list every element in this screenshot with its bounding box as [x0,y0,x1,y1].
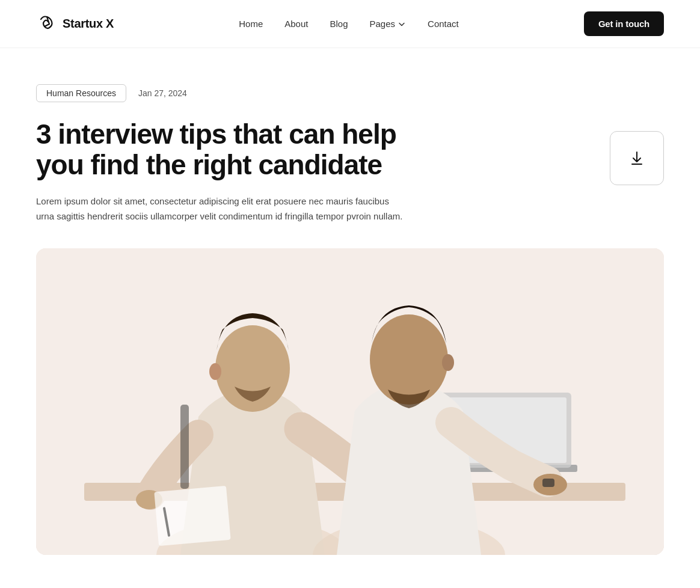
main-nav: Home About Blog Pages Contact [239,19,459,29]
download-button[interactable] [610,131,664,185]
nav-contact[interactable]: Contact [428,19,459,29]
article-meta: Human Resources Jan 27, 2024 [36,84,664,102]
chevron-down-icon [398,20,406,28]
site-header: Startux X Home About Blog Pages Contact … [0,0,700,48]
article-title: 3 interview tips that can help you find … [36,119,445,180]
article-date: Jan 27, 2024 [138,88,187,98]
svg-point-12 [442,354,454,371]
nav-blog[interactable]: Blog [330,19,348,29]
svg-rect-15 [180,405,189,489]
logo-text: Startux X [63,17,114,31]
article-header-layout: 3 interview tips that can help you find … [36,119,664,224]
svg-point-7 [209,363,221,380]
main-content: Human Resources Jan 27, 2024 3 interview… [0,48,700,555]
get-in-touch-button[interactable]: Get in touch [584,11,664,36]
nav-home[interactable]: Home [239,19,263,29]
logo-icon [36,13,58,35]
nav-pages[interactable]: Pages [370,19,407,29]
svg-rect-14 [542,479,554,487]
category-badge[interactable]: Human Resources [36,84,126,102]
article-illustration [36,248,664,555]
article-image-placeholder [36,248,664,555]
logo[interactable]: Startux X [36,13,114,35]
header-actions: Get in touch [584,11,664,36]
download-icon [628,150,645,167]
nav-about[interactable]: About [284,19,308,29]
svg-point-11 [370,314,448,405]
article-text-area: 3 interview tips that can help you find … [36,119,445,224]
article-image [36,248,664,555]
article-excerpt: Lorem ipsum dolor sit amet, consectetur … [36,194,409,224]
